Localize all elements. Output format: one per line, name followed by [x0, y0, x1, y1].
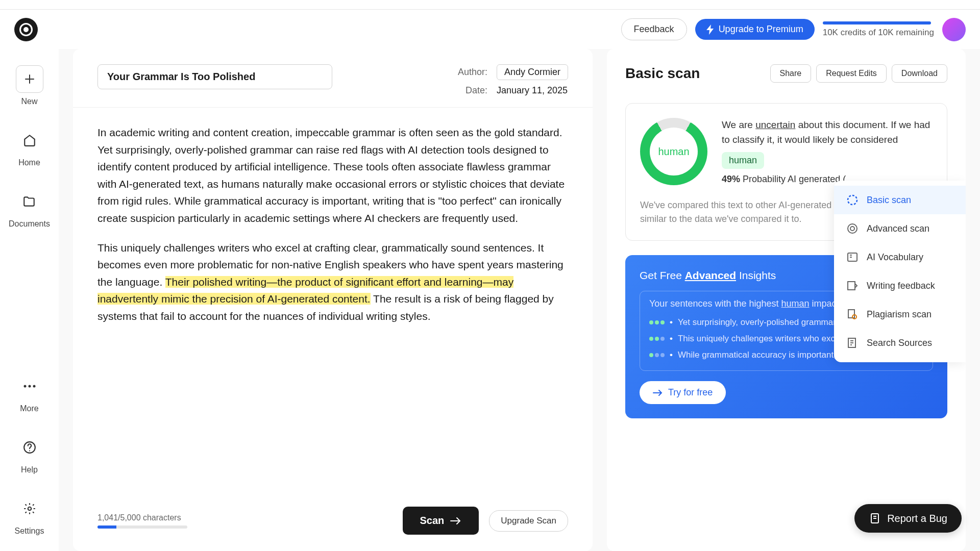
sidebar-home-label: Home [18, 158, 40, 167]
tools-menu: Basic scan Advanced scan AI Vocabulary [834, 181, 966, 362]
tool-writing-feedback[interactable]: Writing feedback [834, 271, 966, 300]
feedback-icon [846, 280, 859, 292]
credits-block: 10K credits of 10K remaining [823, 21, 934, 38]
human-badge: human [722, 152, 764, 169]
try-free-button[interactable]: Try for free [640, 381, 726, 404]
sidebar-more[interactable]: More [16, 372, 43, 413]
probability-gauge: human [640, 118, 707, 185]
scan-title: Basic scan [625, 65, 700, 82]
target-icon [846, 222, 859, 235]
dots-icon [16, 372, 43, 400]
upgrade-label: Upgrade to Premium [719, 24, 803, 35]
plus-icon [16, 65, 43, 93]
tool-basic-scan[interactable]: Basic scan [834, 186, 966, 214]
arrow-right-icon [653, 389, 663, 396]
bug-icon [869, 512, 881, 524]
scan-panel: Basic scan Share Request Edits Download … [607, 49, 966, 551]
tool-advanced-scan[interactable]: Advanced scan [834, 214, 966, 243]
author-value[interactable]: Andy Cormier [497, 64, 568, 80]
upgrade-premium-button[interactable]: Upgrade to Premium [695, 19, 815, 40]
svg-point-4 [29, 450, 30, 451]
request-edits-button[interactable]: Request Edits [816, 64, 887, 83]
character-bar [97, 525, 187, 529]
svg-rect-9 [848, 253, 857, 261]
credits-text: 10K credits of 10K remaining [823, 28, 934, 38]
scan-label: Scan [420, 515, 445, 527]
paragraph-2: This uniquely challenges writers who exc… [97, 239, 568, 325]
sidebar-new[interactable]: New [16, 65, 43, 106]
sidebar: New Home Documents More Help [0, 49, 59, 551]
svg-point-2 [33, 385, 35, 388]
sidebar-help[interactable]: Help [16, 434, 43, 474]
browser-topbar [0, 0, 980, 10]
home-icon [16, 127, 43, 154]
author-label: Author: [452, 67, 487, 78]
sources-icon [846, 337, 859, 349]
svg-point-5 [28, 507, 31, 511]
sidebar-documents[interactable]: Documents [9, 188, 50, 229]
sidebar-home[interactable]: Home [16, 127, 43, 167]
tool-label: Plagiarism scan [867, 309, 932, 320]
report-bug-button[interactable]: Report a Bug [854, 504, 962, 533]
tool-label: Search Sources [867, 338, 932, 348]
date-label: Date: [452, 85, 487, 96]
download-button[interactable]: Download [892, 64, 947, 83]
gear-icon [16, 495, 43, 522]
folder-icon [15, 188, 43, 215]
character-count: 1,041/5,000 characters [97, 513, 187, 522]
avatar[interactable] [942, 18, 966, 41]
try-label: Try for free [668, 387, 713, 398]
app-header: Feedback Upgrade to Premium 10K credits … [0, 10, 980, 49]
sidebar-settings-label: Settings [15, 527, 44, 536]
svg-rect-10 [848, 282, 855, 290]
feedback-button[interactable]: Feedback [621, 18, 687, 40]
classification-text: We are uncertain about this document. If… [722, 118, 933, 147]
svg-point-7 [848, 224, 857, 233]
svg-rect-11 [848, 310, 854, 318]
tool-ai-vocabulary[interactable]: AI Vocabulary [834, 243, 966, 271]
credits-bar [823, 21, 931, 24]
upgrade-scan-button[interactable]: Upgrade Scan [489, 510, 568, 532]
share-button[interactable]: Share [770, 64, 812, 83]
sidebar-more-label: More [20, 404, 38, 413]
sidebar-help-label: Help [21, 465, 38, 474]
help-icon [16, 434, 43, 461]
app-logo[interactable] [14, 18, 38, 41]
document-body[interactable]: In academic writing and content creation… [73, 108, 593, 496]
tool-label: Advanced scan [867, 223, 929, 234]
svg-point-0 [23, 385, 26, 388]
tool-label: AI Vocabulary [867, 252, 923, 263]
book-icon [846, 251, 859, 263]
date-value: January 11, 2025 [497, 85, 568, 96]
plagiarism-icon [846, 308, 859, 320]
lightning-icon [706, 24, 715, 35]
gauge-label: human [650, 128, 698, 176]
sidebar-settings[interactable]: Settings [15, 495, 44, 536]
document-panel: Author: Andy Cormier Date: January 11, 2… [73, 49, 593, 551]
radar-icon [846, 194, 859, 206]
report-bug-label: Report a Bug [887, 513, 947, 524]
arrow-right-icon [450, 517, 461, 525]
svg-point-6 [848, 195, 857, 205]
paragraph-1: In academic writing and content creation… [97, 124, 568, 227]
tool-label: Writing feedback [867, 281, 935, 291]
tool-search-sources[interactable]: Search Sources [834, 329, 966, 357]
sidebar-new-label: New [21, 97, 37, 106]
sidebar-docs-label: Documents [9, 219, 50, 229]
svg-point-8 [850, 227, 854, 231]
svg-point-1 [28, 385, 31, 388]
scan-button[interactable]: Scan [403, 507, 479, 535]
tool-plagiarism-scan[interactable]: Plagiarism scan [834, 300, 966, 329]
tool-label: Basic scan [867, 195, 911, 206]
document-title-input[interactable] [97, 64, 332, 89]
